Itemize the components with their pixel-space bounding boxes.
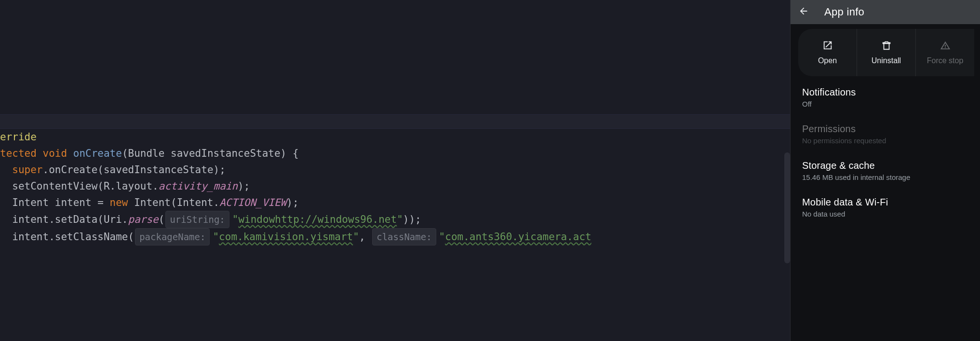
notifications-item[interactable]: Notifications Off	[802, 87, 968, 108]
code-line[interactable]: setContentView(R.layout.activity_main);	[0, 178, 790, 194]
uninstall-button[interactable]: Uninstall	[857, 29, 916, 76]
code-token: erride	[0, 131, 37, 143]
code-token: new	[110, 197, 134, 208]
code-line[interactable]: intent.setData(Uri.parse(uriString:"wind…	[0, 211, 790, 228]
code-token: onCreate	[73, 148, 122, 159]
force-stop-button: Force stop	[916, 29, 974, 76]
editor-empty-region	[0, 0, 790, 114]
code-token: (Bundle savedInstanceState) {	[122, 148, 299, 159]
code-token: );	[286, 197, 298, 208]
editor-divider	[0, 114, 790, 129]
code-line[interactable]: super.onCreate(savedInstanceState);	[0, 162, 790, 178]
editor-scrollbar-thumb[interactable]	[784, 152, 790, 263]
code-token: );	[238, 180, 250, 192]
setting-subtitle: 15.46 MB used in internal storage	[802, 173, 968, 181]
code-token: ACTION_VIEW	[219, 197, 286, 208]
warning-icon	[940, 40, 951, 53]
code-token: super	[12, 164, 42, 176]
code-line[interactable]: intent.setClassName(packageName:"com.kam…	[0, 228, 790, 246]
header-title: App info	[824, 6, 864, 18]
mobile-data-item[interactable]: Mobile data & Wi-Fi No data used	[802, 197, 968, 218]
force-stop-label: Force stop	[927, 56, 964, 65]
code-token: Intent(Intent.	[134, 197, 219, 208]
code-token: parse	[128, 214, 159, 225]
action-button-row: Open Uninstall Force stop	[798, 29, 974, 76]
code-token: .onCreate(savedInstanceState);	[43, 164, 226, 176]
code-token: void	[43, 148, 73, 159]
code-token: intent.setData(Uri.	[0, 214, 128, 225]
code-token: "	[353, 231, 359, 243]
setting-title: Permissions	[802, 123, 968, 135]
setting-subtitle: Off	[802, 100, 968, 108]
code-token: "	[232, 214, 239, 225]
editor-pane: erridetected void onCreate(Bundle savedI…	[0, 0, 790, 341]
inlay-hint: className:	[372, 228, 436, 246]
inlay-hint: packageName:	[135, 228, 210, 246]
settings-list: Notifications Off Permissions No permiss…	[791, 76, 980, 218]
open-icon	[822, 40, 833, 53]
open-label: Open	[818, 56, 837, 65]
setting-title: Storage & cache	[802, 160, 968, 171]
storage-item[interactable]: Storage & cache 15.46 MB used in interna…	[802, 160, 968, 181]
code-line[interactable]: Intent intent = new Intent(Intent.ACTION…	[0, 194, 790, 211]
inlay-hint: uriString:	[165, 211, 229, 228]
uninstall-label: Uninstall	[872, 56, 901, 65]
code-token: setContentView(R.layout.	[0, 180, 159, 192]
code-token: com.ants360.yicamera.act	[445, 231, 591, 243]
open-button[interactable]: Open	[798, 29, 857, 76]
code-token: ));	[403, 214, 421, 225]
back-button[interactable]	[797, 6, 810, 18]
code-token: activity_main	[159, 180, 238, 192]
permissions-item: Permissions No permissions requested	[802, 123, 968, 145]
settings-header: App info	[791, 0, 980, 24]
code-token: windowhttp://windows96.net	[238, 214, 397, 225]
code-token	[0, 164, 12, 176]
trash-icon	[881, 40, 892, 53]
setting-title: Notifications	[802, 87, 968, 98]
code-token: "	[439, 231, 445, 243]
code-token: ,	[359, 231, 371, 243]
setting-title: Mobile data & Wi-Fi	[802, 197, 968, 208]
code-token: (	[159, 214, 165, 225]
code-token: com.kamivision.yismart	[219, 231, 353, 243]
arrow-left-icon	[798, 6, 809, 18]
code-token: Intent intent =	[0, 197, 110, 208]
code-area[interactable]: erridetected void onCreate(Bundle savedI…	[0, 129, 790, 341]
code-token: intent.setClassName(	[0, 231, 134, 243]
code-token: "	[397, 214, 403, 225]
code-token: "	[213, 231, 219, 243]
setting-subtitle: No permissions requested	[802, 136, 968, 145]
code-line[interactable]: tected void onCreate(Bundle savedInstanc…	[0, 145, 790, 162]
code-line[interactable]: erride	[0, 129, 790, 145]
setting-subtitle: No data used	[802, 210, 968, 218]
settings-pane: App info Open Uninstall Force stop Notif…	[790, 0, 980, 341]
code-token: tected	[0, 148, 43, 159]
